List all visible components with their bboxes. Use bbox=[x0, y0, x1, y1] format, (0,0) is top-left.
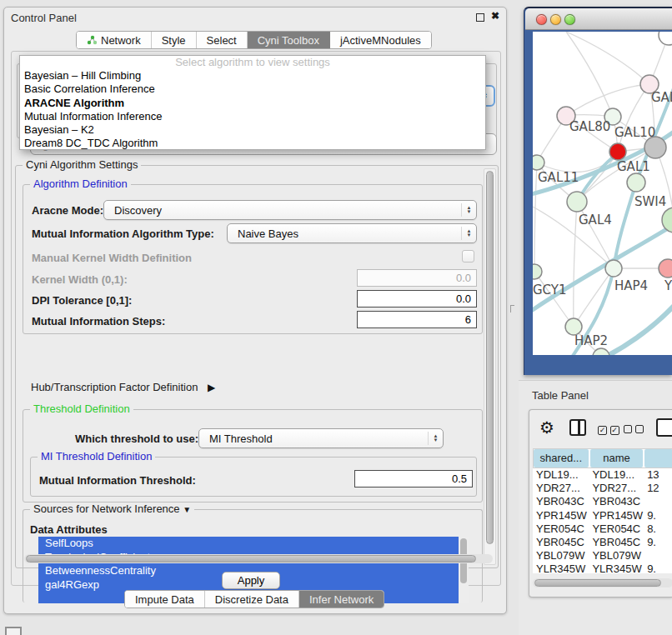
select-all-checkboxes-icon[interactable]: ✓ ✓ bbox=[598, 422, 619, 435]
tab-jactivemnodules[interactable]: jActiveMNodules bbox=[330, 32, 431, 48]
algorithm-option-selected[interactable]: ARACNE Algorithm bbox=[20, 97, 485, 110]
table-row[interactable]: YBL079WYBL079W bbox=[533, 549, 672, 562]
table-cell[interactable]: YLR345W bbox=[533, 562, 589, 573]
network-edge[interactable] bbox=[534, 162, 537, 272]
settings-horizontal-scrollbar[interactable] bbox=[24, 554, 493, 563]
network-edge[interactable] bbox=[574, 268, 614, 327]
manual-kernel-checkbox[interactable] bbox=[462, 250, 474, 262]
table-cell[interactable]: YLR345W bbox=[589, 562, 644, 573]
table-cell[interactable] bbox=[644, 549, 672, 562]
tab-cyni-toolbox[interactable]: Cyni Toolbox bbox=[248, 32, 330, 48]
node-hap4[interactable] bbox=[605, 260, 622, 277]
node-gal4[interactable] bbox=[567, 192, 587, 212]
table-cell[interactable]: 9. bbox=[644, 562, 672, 573]
network-edge[interactable] bbox=[566, 32, 613, 117]
split-columns-icon[interactable] bbox=[569, 419, 586, 436]
algorithm-option[interactable]: Basic Correlation Inference bbox=[20, 82, 485, 96]
list-vertical-scrollbar[interactable] bbox=[459, 537, 469, 603]
table-cell[interactable]: YBR043C bbox=[533, 495, 589, 508]
table-cell[interactable]: YER054C bbox=[533, 522, 589, 536]
network-edge[interactable] bbox=[566, 32, 649, 84]
table-cell[interactable]: YBR045C bbox=[533, 536, 589, 549]
network-edge[interactable] bbox=[574, 202, 577, 327]
table-cell[interactable]: YPR145W bbox=[589, 509, 644, 522]
table-row[interactable]: YDL19...YDL19...13 bbox=[533, 468, 672, 482]
node-gal11[interactable] bbox=[533, 155, 544, 170]
tab-network[interactable]: Network bbox=[77, 32, 152, 48]
table-cell[interactable]: YDL19... bbox=[533, 468, 589, 482]
table-cell[interactable]: 9. bbox=[644, 509, 672, 522]
aracne-mode-combo[interactable]: Discovery ▲▼ bbox=[103, 200, 477, 220]
mi-threshold-input[interactable] bbox=[354, 470, 473, 488]
which-threshold-combo[interactable]: MI Threshold ▲▼ bbox=[198, 428, 444, 448]
table-cell[interactable] bbox=[644, 495, 672, 508]
algorithm-option[interactable]: Bayesian – K2 bbox=[20, 123, 485, 137]
table-cell[interactable]: 9. bbox=[644, 536, 672, 549]
settings-vertical-scrollbar-thumb[interactable] bbox=[486, 171, 494, 544]
table-horizontal-scrollbar-thumb[interactable] bbox=[534, 579, 661, 587]
node-swi4[interactable] bbox=[627, 173, 645, 192]
table-cell[interactable]: YBL079W bbox=[533, 549, 589, 562]
table-cell[interactable]: YDL19... bbox=[589, 468, 644, 482]
network-canvas[interactable]: GAL80GAL10GAL1GAL11SWI4GAL4GALHAP4YGCY1H… bbox=[533, 32, 672, 355]
tab-select[interactable]: Select bbox=[197, 32, 248, 48]
node-bottom[interactable] bbox=[593, 348, 609, 355]
network-window-titlebar[interactable] bbox=[525, 8, 672, 30]
tab-style[interactable]: Style bbox=[152, 32, 197, 48]
sources-title[interactable]: Sources for Network Inference ▼ bbox=[30, 502, 194, 515]
tab-impute-data[interactable]: Impute Data bbox=[125, 591, 205, 608]
settings-vertical-scrollbar[interactable] bbox=[484, 168, 496, 565]
table-cell[interactable]: YPR145W bbox=[533, 509, 589, 522]
gear-icon[interactable]: ⚙ bbox=[539, 418, 554, 438]
mi-type-combo[interactable]: Naive Bayes ▲▼ bbox=[227, 223, 477, 243]
algorithm-option[interactable]: Dream8 DC_TDC Algorithm bbox=[20, 137, 485, 150]
tab-infer-network[interactable]: Infer Network bbox=[299, 591, 384, 608]
dpi-tolerance-input[interactable] bbox=[357, 290, 477, 308]
apply-button[interactable]: Apply bbox=[222, 572, 280, 589]
panel-splitter-grip[interactable] bbox=[510, 305, 514, 312]
node-gal1-red[interactable] bbox=[609, 143, 626, 160]
network-edge[interactable] bbox=[534, 272, 574, 327]
table-cell[interactable]: YDR27... bbox=[589, 482, 644, 495]
table-row[interactable]: YLR345WYLR345W9. bbox=[533, 562, 672, 573]
network-edge[interactable] bbox=[618, 84, 649, 152]
table-cell[interactable]: 13 bbox=[644, 468, 672, 482]
table-cell[interactable]: YBR043C bbox=[589, 495, 644, 508]
node-salmon[interactable] bbox=[659, 259, 672, 278]
table-row[interactable]: YPR145WYPR145W9. bbox=[533, 509, 672, 522]
table-row[interactable]: YBR045CYBR045C9. bbox=[533, 536, 672, 549]
close-window-icon[interactable] bbox=[536, 14, 547, 25]
float-panel-icon[interactable] bbox=[476, 13, 484, 22]
minimized-panel-stub[interactable] bbox=[5, 627, 22, 635]
network-edge-highlighted[interactable] bbox=[599, 303, 672, 355]
table-row[interactable]: YBR043CYBR043C bbox=[533, 495, 672, 508]
table-horizontal-scrollbar[interactable] bbox=[533, 578, 672, 588]
column-header-name[interactable]: name bbox=[590, 449, 644, 468]
table-cell[interactable]: YBR045C bbox=[589, 536, 644, 549]
table-cell[interactable]: YDR27... bbox=[533, 482, 589, 495]
network-edge[interactable] bbox=[577, 202, 614, 268]
algorithm-option[interactable]: Mutual Information Inference bbox=[20, 110, 485, 123]
mi-steps-input[interactable] bbox=[357, 311, 477, 328]
tab-discretize-data[interactable]: Discretize Data bbox=[205, 591, 299, 608]
node-unnamed-top[interactable] bbox=[659, 32, 672, 45]
node-gcy1[interactable] bbox=[533, 264, 542, 279]
zoom-window-icon[interactable] bbox=[564, 14, 575, 25]
close-panel-icon[interactable]: ✖ bbox=[491, 10, 499, 22]
list-item[interactable]: SelfLoops bbox=[38, 537, 469, 551]
table-cell[interactable]: 12 bbox=[644, 482, 672, 495]
table-cell[interactable]: YER054C bbox=[589, 522, 644, 536]
table-row[interactable]: YER054CYER054C8. bbox=[533, 522, 672, 536]
table-row[interactable]: YDR27...YDR27...12 bbox=[533, 482, 672, 495]
deselect-all-checkboxes-icon[interactable] bbox=[624, 423, 644, 436]
hub-definition-expander[interactable]: Hub/Transcription Factor Definition ▶ bbox=[31, 381, 215, 393]
node-hap2[interactable] bbox=[565, 318, 582, 335]
kernel-width-input[interactable] bbox=[357, 269, 477, 287]
table-cell[interactable]: 8. bbox=[644, 522, 672, 536]
table-cell[interactable]: YBL079W bbox=[589, 549, 644, 562]
algorithm-option[interactable]: Bayesian – Hill Climbing bbox=[20, 69, 485, 82]
new-table-icon[interactable] bbox=[656, 418, 672, 437]
column-header-cut[interactable] bbox=[644, 449, 672, 468]
settings-horizontal-scrollbar-thumb[interactable] bbox=[26, 555, 476, 562]
minimize-window-icon[interactable] bbox=[550, 14, 561, 25]
